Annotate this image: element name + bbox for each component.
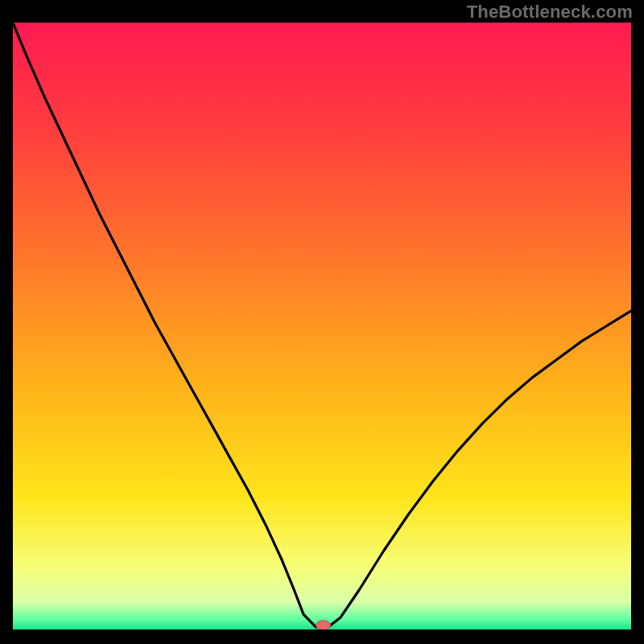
bottleneck-plot <box>13 23 631 630</box>
plot-frame <box>13 23 631 630</box>
watermark-text: TheBottleneck.com <box>467 2 633 23</box>
gradient-background <box>13 23 631 630</box>
stage: TheBottleneck.com <box>0 0 644 644</box>
min-marker <box>316 621 331 630</box>
